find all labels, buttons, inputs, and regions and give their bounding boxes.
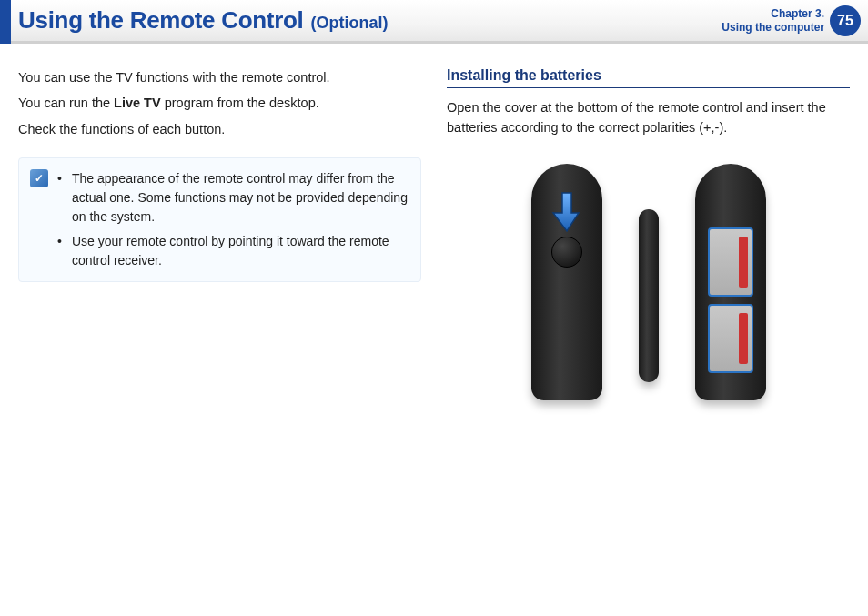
note-bullet-text: Use your remote control by pointing it t… [72, 232, 408, 270]
intro-para-2: You can run the Live TV program from the… [18, 93, 421, 113]
right-column: Installing the batteries Open the cover … [447, 67, 850, 400]
battery-slot [708, 227, 753, 297]
intro-para-3: Check the functions of each button. [18, 119, 421, 139]
chapter-name: Using the computer [722, 21, 824, 34]
note-icon [30, 169, 48, 187]
chapter-number: Chapter 3. [722, 7, 824, 20]
remote-center-button [551, 237, 582, 268]
header-right-group: Chapter 3. Using the computer 75 [722, 5, 868, 36]
content-area: You can use the TV functions with the re… [0, 44, 868, 419]
note-list: • The appearance of the remote control m… [57, 169, 408, 270]
battery-icon [739, 237, 748, 288]
remote-front-illustration [531, 164, 602, 400]
page-title-qualifier: (Optional) [310, 14, 388, 33]
remote-back-open-illustration [695, 164, 766, 400]
header-accent-stripe [0, 0, 11, 44]
page-title: Using the Remote Control [18, 6, 303, 35]
page-title-group: Using the Remote Control (Optional) [18, 6, 388, 35]
intro-para-2-bold: Live TV [114, 96, 161, 110]
intro-para-2-prefix: You can run the [18, 96, 114, 110]
battery-icon [739, 313, 748, 364]
page-number: 75 [837, 13, 853, 29]
intro-para-1: You can use the TV functions with the re… [18, 67, 421, 87]
left-column: You can use the TV functions with the re… [18, 67, 421, 400]
note-bullet: • Use your remote control by pointing it… [57, 232, 408, 270]
section-heading: Installing the batteries [447, 67, 850, 88]
bullet-dot: • [57, 232, 65, 270]
intro-para-2-suffix: program from the desktop. [161, 96, 319, 110]
page-header: Using the Remote Control (Optional) Chap… [0, 0, 868, 44]
section-para: Open the cover at the bottom of the remo… [447, 97, 850, 138]
page-number-badge: 75 [830, 5, 861, 36]
chapter-label: Chapter 3. Using the computer [722, 7, 824, 34]
note-box: • The appearance of the remote control m… [18, 157, 421, 282]
note-bullet-text: The appearance of the remote control may… [72, 169, 408, 227]
figure-area [447, 164, 850, 400]
battery-slot [708, 304, 753, 373]
note-bullet: • The appearance of the remote control m… [57, 169, 408, 227]
remote-cover-illustration [639, 209, 659, 382]
bullet-dot: • [57, 169, 65, 227]
